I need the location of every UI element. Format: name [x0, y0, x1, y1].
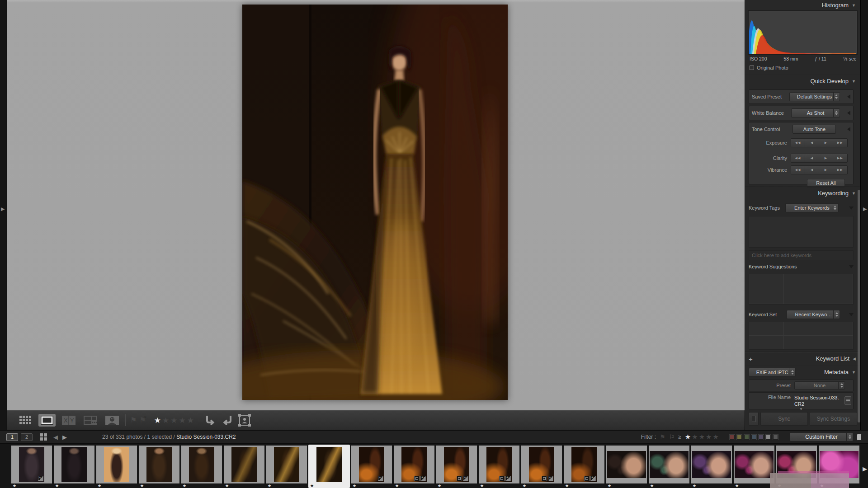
face-region-icon[interactable]: [239, 415, 250, 426]
keyword-set-cell[interactable]: [749, 322, 784, 336]
collapse-triangle-icon[interactable]: ▼: [852, 79, 856, 84]
develop-badge-icon[interactable]: [38, 476, 43, 481]
star-icon[interactable]: ★: [187, 416, 195, 425]
flag-reject-icon[interactable]: ⚑✕: [139, 417, 146, 424]
right-panel-rail[interactable]: ▶: [860, 0, 868, 430]
qd-step-button[interactable]: ◀: [805, 154, 819, 162]
qd-step-button[interactable]: ▶: [819, 154, 833, 162]
collapse-triangle-icon[interactable]: ▼: [852, 191, 856, 196]
thumb-star-icon[interactable]: ★: [225, 483, 229, 488]
qd-step-button[interactable]: ▶: [819, 139, 833, 147]
filmstrip-thumb[interactable]: ★: [648, 445, 690, 488]
crop-badge-icon[interactable]: [457, 476, 462, 481]
star-icon[interactable]: ★: [699, 433, 706, 441]
qd-step-button[interactable]: ▶▶: [833, 154, 847, 162]
thumb-star-icon[interactable]: ★: [693, 483, 696, 488]
left-panel-rail[interactable]: ▶: [0, 0, 6, 430]
quick-develop-header[interactable]: Quick Develop ▼: [811, 78, 856, 84]
filmstrip-thumb[interactable]: ★: [138, 445, 180, 488]
rotate-left-icon[interactable]: [205, 415, 216, 425]
custom-filter-dropdown[interactable]: Custom Filter: [790, 432, 853, 441]
go-to-file-button[interactable]: [844, 396, 851, 405]
develop-badge-icon[interactable]: [548, 476, 553, 481]
filmstrip-thumb[interactable]: ★: [521, 445, 562, 488]
crop-badge-icon[interactable]: [499, 476, 505, 481]
thumb-star-icon[interactable]: ★: [310, 483, 314, 488]
keywording-header[interactable]: Keywording ▼: [818, 190, 856, 197]
collapse-triangle-icon[interactable]: ▼: [852, 370, 856, 375]
main-window-button[interactable]: 1: [6, 433, 18, 441]
section-menu-triangle-icon[interactable]: [849, 313, 854, 316]
original-photo-row[interactable]: Original Photo: [750, 65, 788, 70]
metadata-preset-dropdown[interactable]: None: [794, 381, 845, 389]
filmstrip-thumb[interactable]: ★: [53, 445, 95, 488]
stepper-icon[interactable]: [833, 93, 840, 101]
thumb-star-icon[interactable]: ★: [523, 483, 526, 488]
develop-badge-icon[interactable]: [590, 476, 596, 481]
filmstrip-thumb[interactable]: ★: [308, 445, 350, 488]
filter-flag-reject-icon[interactable]: ⚐: [669, 434, 675, 440]
thumb-star-icon[interactable]: ★: [480, 483, 484, 488]
thumb-star-icon[interactable]: ★: [13, 483, 16, 488]
thumb-star-icon[interactable]: ★: [565, 483, 569, 488]
color-label-square[interactable]: [730, 435, 735, 440]
keyword-list-header[interactable]: Keyword List ◀: [816, 355, 856, 362]
sync-settings-button[interactable]: Sync Settings: [810, 412, 857, 426]
keyword-set-cell[interactable]: [749, 336, 784, 349]
crop-badge-icon[interactable]: [542, 476, 547, 481]
develop-badge-icon[interactable]: [420, 476, 426, 481]
stepper-icon[interactable]: [833, 109, 840, 117]
metadata-view-dropdown[interactable]: EXIF and IPTC: [749, 368, 796, 376]
color-label-square[interactable]: [766, 435, 771, 440]
saved-preset-dropdown[interactable]: Default Settings: [789, 92, 840, 101]
keyword-set-cell[interactable]: [784, 322, 819, 336]
crop-badge-icon[interactable]: [584, 476, 590, 481]
keyword-tags-textarea[interactable]: [749, 216, 854, 248]
keyword-suggestion-cell[interactable]: [749, 274, 784, 284]
filmstrip-thumb[interactable]: ★: [691, 445, 732, 488]
original-photo-checkbox[interactable]: [750, 66, 754, 70]
develop-badge-icon[interactable]: [505, 476, 511, 481]
keyword-suggestion-cell[interactable]: [784, 274, 819, 284]
star-icon[interactable]: ★: [170, 416, 179, 425]
filmstrip-thumb[interactable]: ★: [181, 445, 222, 488]
filmstrip-thumb[interactable]: ★: [266, 445, 307, 488]
metadata-header[interactable]: Metadata ▼: [824, 369, 856, 375]
keyword-set-cell[interactable]: [818, 336, 853, 349]
histogram-graph[interactable]: [749, 11, 857, 54]
filmstrip-thumb[interactable]: ★: [563, 445, 605, 488]
thumb-star-icon[interactable]: ★: [140, 483, 144, 488]
white-balance-dropdown[interactable]: As Shot: [791, 108, 840, 117]
grid-view-button[interactable]: [17, 414, 34, 427]
filter-star-rating[interactable]: ★★★★★: [685, 433, 720, 441]
keyword-suggestion-cell[interactable]: [749, 284, 784, 294]
develop-badge-icon[interactable]: [463, 476, 468, 481]
filmstrip-thumb[interactable]: ★: [393, 445, 435, 488]
filmstrip-thumb[interactable]: ★: [733, 445, 775, 488]
keyword-suggestion-cell[interactable]: [749, 294, 784, 304]
filter-switch-icon[interactable]: [857, 434, 862, 441]
filmstrip-thumb[interactable]: ★: [223, 445, 265, 488]
thumb-star-icon[interactable]: ★: [55, 483, 59, 488]
color-label-square[interactable]: [773, 435, 778, 440]
filmstrip-thumb[interactable]: ★: [436, 445, 477, 488]
hide-right-panel-arrow-icon[interactable]: ▶: [863, 206, 867, 212]
thumb-star-icon[interactable]: ★: [735, 483, 739, 488]
show-left-panel-arrow-icon[interactable]: ▶: [1, 206, 5, 212]
color-label-square[interactable]: [751, 435, 756, 440]
previous-photo-arrow-icon[interactable]: ◀: [53, 434, 58, 441]
star-icon[interactable]: ★: [713, 433, 720, 441]
thumb-star-icon[interactable]: ★: [438, 483, 441, 488]
color-label-square[interactable]: [744, 435, 749, 440]
color-label-square[interactable]: [737, 435, 742, 440]
loupe-photo[interactable]: [242, 5, 508, 400]
qd-step-button[interactable]: ◀: [805, 139, 819, 147]
expand-left-triangle-icon[interactable]: [847, 94, 850, 99]
star-icon[interactable]: ★: [179, 416, 187, 425]
thumb-star-icon[interactable]: ★: [395, 483, 399, 488]
histogram-header[interactable]: Histogram ▼: [822, 2, 856, 9]
people-view-button[interactable]: [104, 414, 121, 427]
add-keywords-input[interactable]: Click here to add keywords: [749, 250, 854, 260]
thumb-star-icon[interactable]: ★: [98, 483, 101, 488]
crop-badge-icon[interactable]: [414, 476, 420, 481]
